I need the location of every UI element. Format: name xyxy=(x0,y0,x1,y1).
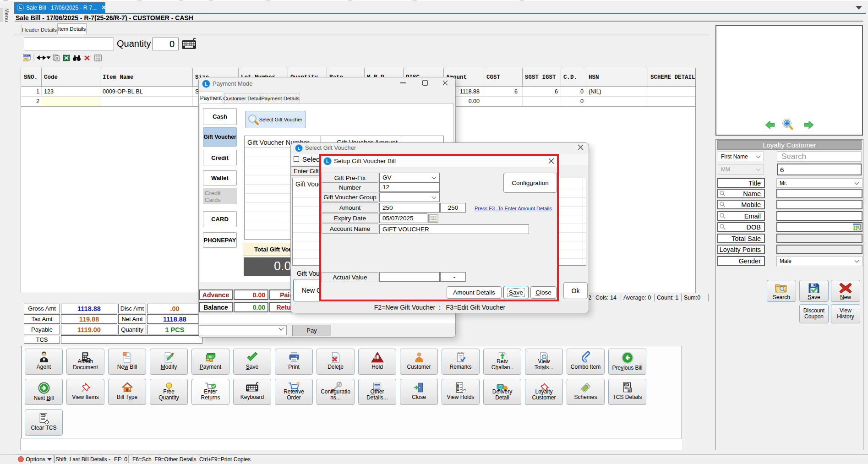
svg-text:TCS: TCS xyxy=(625,384,629,386)
svg-text:TCS: TCS xyxy=(41,415,46,417)
